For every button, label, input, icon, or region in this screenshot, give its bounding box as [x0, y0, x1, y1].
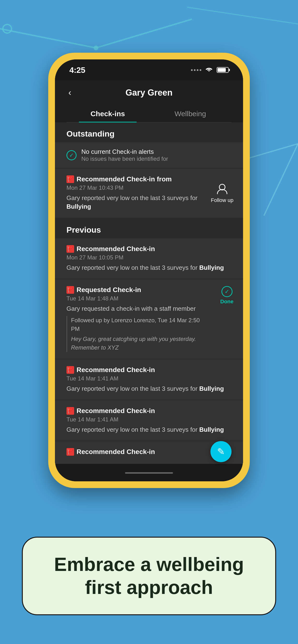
- prev0-body: Gary reported very low on the last 3 sur…: [66, 263, 232, 272]
- previous-section-header: Previous: [55, 218, 243, 238]
- tagline-box: Embrace a wellbeing first approach: [22, 537, 276, 615]
- svg-point-7: [219, 184, 225, 190]
- page-header: ‹ Gary Green Check-ins Wellbeing: [55, 80, 243, 122]
- prev0-date: Mon 27 Mar 10:05 PM: [66, 254, 232, 261]
- prev3-flag-icon: 🚩: [66, 407, 74, 415]
- done-badge: ✓ Done: [220, 286, 233, 305]
- follow-up-button[interactable]: Follow up: [211, 183, 233, 204]
- done-label: Done: [220, 298, 233, 305]
- tab-wellbeing[interactable]: Wellbeing: [149, 104, 232, 122]
- tab-checkins[interactable]: Check-ins: [66, 104, 149, 122]
- svg-point-3: [94, 46, 98, 50]
- svg-line-0: [0, 29, 96, 48]
- svg-point-2: [3, 24, 12, 33]
- svg-line-6: [187, 7, 298, 24]
- home-bar: [125, 472, 173, 474]
- prev3-date: Tue 14 Mar 1:41 AM: [66, 416, 232, 423]
- no-alert-card: ✓ No current Check-in alerts No issues h…: [55, 142, 243, 168]
- prev4-flag-icon: 🚩: [66, 448, 74, 456]
- prev1-date: Tue 14 Mar 1:48 AM: [66, 295, 209, 302]
- outstanding-card-date: Mon 27 Mar 10:43 PM: [66, 184, 205, 191]
- home-indicator: [55, 464, 243, 481]
- screen-content: ‹ Gary Green Check-ins Wellbeing Outstan…: [55, 80, 243, 464]
- previous-item-2: 🚩 Recommended Check-in Tue 14 Mar 1:41 A…: [55, 360, 243, 400]
- no-alert-text: No current Check-in alerts No issues hav…: [81, 148, 168, 162]
- compose-fab-button[interactable]: ✎: [210, 441, 232, 462]
- status-bar: 4:25: [55, 60, 243, 80]
- status-time: 4:25: [69, 66, 85, 75]
- previous-item-1: ✓ Done 🚩 Requested Check-in Tue 14 Mar 1…: [55, 279, 243, 358]
- outstanding-recommended-card: 🚩 Recommended Check-in from Mon 27 Mar 1…: [55, 169, 243, 218]
- prev3-body: Gary reported very low on the last 3 sur…: [66, 425, 232, 434]
- prev1-body: Gary requested a check-in with a staff m…: [66, 304, 209, 313]
- svg-line-5: [264, 144, 298, 216]
- outstanding-card-body: Gary reported very low on the last 3 sur…: [66, 194, 205, 211]
- done-check-icon: ✓: [221, 286, 232, 297]
- alert-flag-icon: 🚩: [66, 176, 74, 183]
- wifi-icon: [205, 66, 213, 74]
- prev2-date: Tue 14 Mar 1:41 AM: [66, 375, 232, 382]
- follow-up-label: Follow up: [211, 197, 233, 204]
- previous-item-3: 🚩 Recommended Check-in Tue 14 Mar 1:41 A…: [55, 400, 243, 440]
- prev1-flag-icon: 🚩: [66, 286, 74, 294]
- outstanding-section-header: Outstanding: [55, 122, 243, 142]
- status-icons: [191, 66, 229, 74]
- page-title: Gary Green: [125, 88, 173, 98]
- back-button[interactable]: ‹: [66, 86, 73, 100]
- svg-line-1: [96, 19, 192, 48]
- pencil-icon: ✎: [217, 446, 225, 457]
- follow-up-icon: [216, 183, 228, 195]
- no-alert-check-icon: ✓: [66, 150, 77, 160]
- signal-icon: [191, 69, 201, 71]
- prev2-body: Gary reported very low on the last 3 sur…: [66, 384, 232, 393]
- outstanding-card-title: 🚩 Recommended Check-in from: [66, 176, 205, 183]
- tagline-text: Embrace a wellbeing first approach: [42, 553, 256, 599]
- previous-item-0: 🚩 Recommended Check-in Mon 27 Mar 10:05 …: [55, 238, 243, 279]
- prev1-quote-block: Followed up by Lorenzo Lorenzo, Tue 14 M…: [66, 316, 209, 352]
- tab-bar: Check-ins Wellbeing: [66, 104, 232, 122]
- battery-icon: [217, 67, 229, 73]
- prev2-flag-icon: 🚩: [66, 366, 74, 374]
- phone-mockup: 4:25: [48, 53, 250, 488]
- prev0-flag-icon: 🚩: [66, 245, 74, 253]
